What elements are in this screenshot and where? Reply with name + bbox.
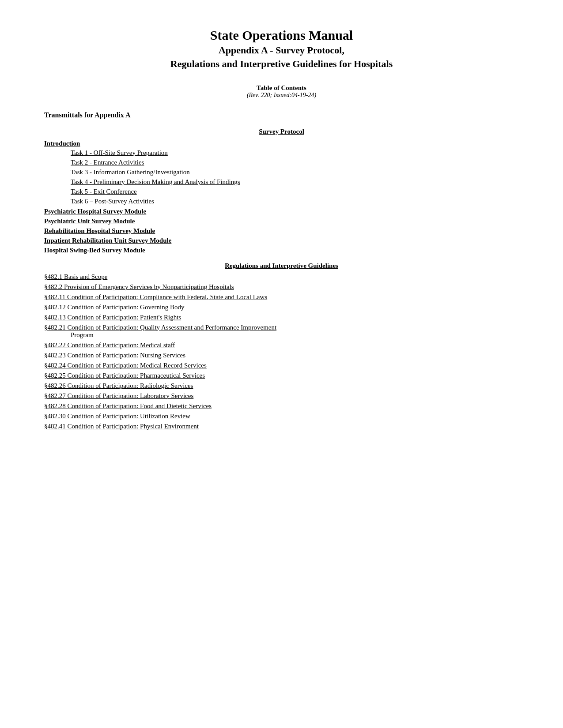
reg-482-1[interactable]: §482.1 Basis and Scope [44,273,519,281]
task-4[interactable]: Task 4 - Preliminary Decision Making and… [71,178,519,186]
task-2[interactable]: Task 2 - Entrance Activities [71,159,519,166]
reg-482-12[interactable]: §482.12 Condition of Participation: Gove… [44,304,519,311]
reg-482-13[interactable]: §482.13 Condition of Participation: Pati… [44,314,519,321]
reg-482-26[interactable]: §482.26 Condition of Participation: Radi… [44,382,519,390]
module-rehabilitation-hospital[interactable]: Rehabilitation Hospital Survey Module [44,227,519,235]
task-6[interactable]: Task 6 – Post-Survey Activities [71,198,519,205]
reg-482-2[interactable]: §482.2 Provision of Emergency Services b… [44,283,519,291]
module-inpatient-rehab-unit[interactable]: Inpatient Rehabilitation Unit Survey Mod… [44,237,519,244]
task-1[interactable]: Task 1 - Off-Site Survey Preparation [71,149,519,157]
introduction-heading[interactable]: Introduction [44,140,519,147]
reg-482-24[interactable]: §482.24 Condition of Participation: Medi… [44,362,519,369]
survey-protocol-heading: Survey Protocol [44,128,519,135]
toc-rev: (Rev. 220; Issued:04-19-24) [44,92,519,99]
task-3[interactable]: Task 3 - Information Gathering/Investiga… [71,169,519,176]
page-header: State Operations Manual Appendix A - Sur… [44,26,519,71]
main-title-line2: Appendix A - Survey Protocol, Regulation… [44,44,519,71]
reg-482-23[interactable]: §482.23 Condition of Participation: Nurs… [44,352,519,359]
reg-482-27[interactable]: §482.27 Condition of Participation: Labo… [44,392,519,400]
reg-482-22[interactable]: §482.22 Condition of Participation: Medi… [44,341,519,349]
regulations-list: §482.1 Basis and Scope §482.2 Provision … [44,273,519,430]
toc-label: Table of Contents (Rev. 220; Issued:04-1… [44,84,519,99]
reg-482-30[interactable]: §482.30 Condition of Participation: Util… [44,413,519,420]
module-hospital-swing-bed[interactable]: Hospital Swing-Bed Survey Module [44,247,519,254]
reg-482-25[interactable]: §482.25 Condition of Participation: Phar… [44,372,519,379]
task-list: Task 1 - Off-Site Survey Preparation Tas… [71,149,519,205]
module-psychiatric-hospital[interactable]: Psychiatric Hospital Survey Module [44,208,519,215]
task-5[interactable]: Task 5 - Exit Conference [71,188,519,195]
reg-482-21[interactable]: §482.21 Condition of Participation: Qual… [44,324,519,339]
reg-482-41[interactable]: §482.41 Condition of Participation: Phys… [44,423,519,430]
reg-482-11[interactable]: §482.11 Condition of Participation: Comp… [44,293,519,301]
module-psychiatric-unit[interactable]: Psychiatric Unit Survey Module [44,218,519,225]
toc-title: Table of Contents [44,84,519,92]
regulations-heading: Regulations and Interpretive Guidelines [44,262,519,270]
reg-482-28[interactable]: §482.28 Condition of Participation: Food… [44,402,519,410]
main-title-line1: State Operations Manual [44,26,519,44]
transmittals-link[interactable]: Transmittals for Appendix A [44,111,519,119]
